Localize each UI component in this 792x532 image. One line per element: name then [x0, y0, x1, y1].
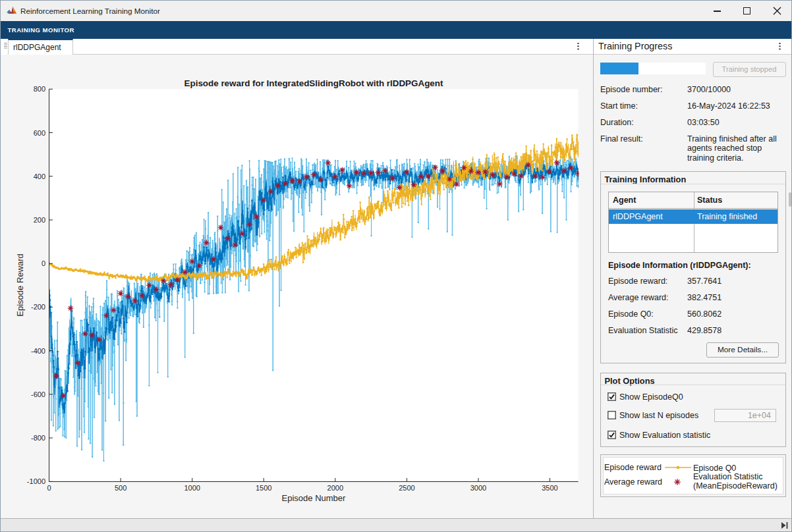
svg-text:Episode reward for IntegratedS: Episode reward for IntegratedSlidingRobo…	[184, 78, 443, 88]
svg-text:1500: 1500	[256, 484, 271, 492]
svg-text:1000: 1000	[184, 484, 200, 492]
svg-text:400: 400	[34, 173, 45, 180]
svg-text:2500: 2500	[399, 484, 414, 492]
svg-text:600: 600	[34, 129, 45, 137]
svg-text:Episode Number: Episode Number	[282, 493, 346, 503]
svg-text:200: 200	[34, 216, 45, 224]
svg-text:Episode Reward: Episode Reward	[15, 253, 25, 316]
svg-text:0: 0	[47, 484, 51, 492]
svg-text:500: 500	[115, 484, 127, 492]
svg-text:-600: -600	[31, 390, 45, 398]
svg-text:-1000: -1000	[27, 477, 45, 485]
svg-text:-800: -800	[31, 434, 45, 442]
svg-text:2000: 2000	[327, 484, 343, 492]
svg-text:3000: 3000	[470, 484, 486, 492]
svg-text:0: 0	[42, 259, 45, 267]
svg-text:-200: -200	[31, 303, 45, 311]
svg-text:3500: 3500	[542, 484, 557, 492]
svg-text:800: 800	[34, 85, 45, 93]
svg-text:-400: -400	[31, 347, 45, 355]
